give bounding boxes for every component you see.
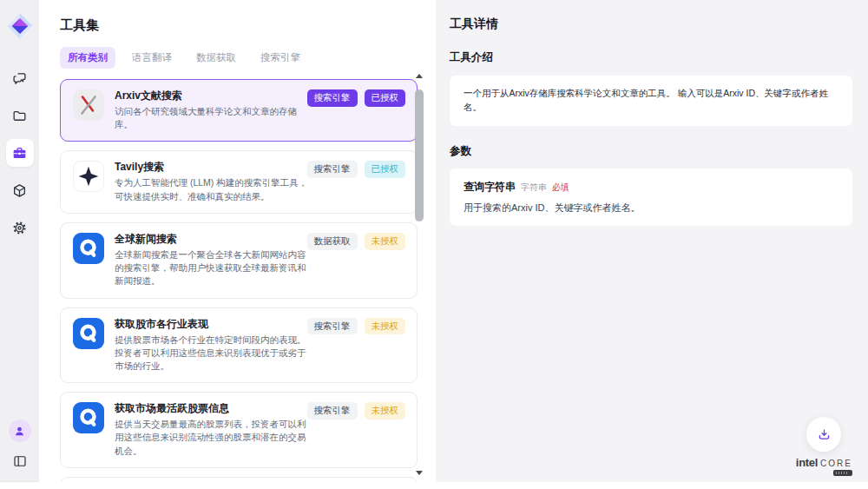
- floating-actions: intel core: [796, 417, 852, 476]
- auth-status-badge: 未授权: [365, 402, 406, 420]
- tool-card-5[interactable]: 获取市场最活跃股票信息 提供当天交易量最高的股票列表，投资者可以利用这些信息来识…: [60, 392, 418, 468]
- download-icon: [817, 427, 832, 442]
- intel-ultra-badge-icon: [833, 470, 852, 476]
- sidebar-bottom: [6, 420, 34, 472]
- toolbox-icon[interactable]: [6, 139, 34, 167]
- category-badge: 搜索引擎: [307, 318, 358, 335]
- auth-status-badge: 已授权: [365, 89, 406, 107]
- param-description: 用于搜索的Arxiv ID、关键字或作者姓名。: [464, 202, 838, 215]
- page-title: 工具集: [60, 17, 436, 34]
- tab-2[interactable]: 语言翻译: [124, 47, 180, 69]
- tool-description: 提供当天交易量最高的股票列表，投资者可以利用这些信息来识别流动性强的股票和潜在的…: [115, 418, 312, 458]
- auth-status-badge: 未授权: [365, 233, 406, 250]
- tool-name: 全球新闻搜索: [115, 233, 312, 246]
- tool-card-2[interactable]: Tavily搜索 专为人工智能代理 (LLM) 构建的搜索引擎工具，可快速提供实…: [60, 150, 418, 213]
- param-required-flag: 必填: [552, 182, 569, 194]
- user-avatar[interactable]: [9, 420, 31, 442]
- tool-card-1[interactable]: Arxiv文献搜索 访问各个研究领域大量科学论文和文章的存储库。 搜索引擎 已授…: [60, 79, 418, 142]
- arxiv-logo-icon: [73, 89, 104, 121]
- tool-card-4[interactable]: 获取股市各行业表现 提供股票市场各个行业在特定时间段内的表现。投资者可以利用这些…: [60, 307, 418, 384]
- sidebar-nav: [6, 64, 34, 241]
- q-logo-icon: [73, 318, 104, 349]
- category-tabs: 所有类别语言翻译数据获取搜索引擎: [60, 47, 436, 69]
- tool-name: 获取股市各行业表现: [115, 318, 312, 331]
- tool-detail-panel: 工具详情 工具介绍 一个用于从Arxiv存储库搜索科学论文和文章的工具。 输入可…: [436, 0, 868, 482]
- tool-intro-text: 一个用于从Arxiv存储库搜索科学论文和文章的工具。 输入可以是Arxiv ID…: [450, 76, 852, 126]
- app-root: 工具集 所有类别语言翻译数据获取搜索引擎 Arxiv文献搜索 访问各个研究领域大…: [0, 0, 868, 482]
- settings-gear-icon[interactable]: [6, 214, 34, 241]
- app-logo-icon: [4, 10, 36, 42]
- tool-description: 全球新闻搜索是一个聚合全球各大新闻网站内容的搜索引擎，帮助用户快速获取全球最新资…: [115, 248, 312, 288]
- tool-description: 提供股票市场各个行业在特定时间段内的表现。投资者可以利用这些信息来识别表现优于或…: [115, 334, 312, 373]
- tool-name: 获取市场最活跃股票信息: [115, 402, 312, 415]
- folder-icon[interactable]: [6, 102, 34, 129]
- intel-core-logo: intel core: [796, 456, 852, 476]
- param-type: 字符串: [521, 182, 547, 194]
- intro-heading: 工具介绍: [450, 50, 852, 65]
- tool-name: Tavily搜索: [115, 161, 312, 174]
- scrollbar: [415, 74, 424, 475]
- tab-1[interactable]: 所有类别: [60, 47, 115, 69]
- q-logo-icon: [73, 402, 104, 433]
- tavily-star-icon: [73, 161, 104, 192]
- auth-status-badge: 已授权: [365, 161, 406, 178]
- tool-name: Arxiv文献搜索: [115, 89, 312, 102]
- param-name: 查询字符串: [464, 180, 516, 195]
- tool-list: Arxiv文献搜索 访问各个研究领域大量科学论文和文章的存储库。 搜索引擎 已授…: [60, 79, 418, 482]
- category-badge: 搜索引擎: [307, 89, 358, 107]
- tools-panel: 工具集 所有类别语言翻译数据获取搜索引擎 Arxiv文献搜索 访问各个研究领域大…: [39, 0, 436, 482]
- params-heading: 参数: [450, 144, 852, 159]
- cube-icon[interactable]: [6, 176, 34, 204]
- category-badge: 搜索引擎: [307, 402, 358, 420]
- tool-description: 专为人工智能代理 (LLM) 构建的搜索引擎工具，可快速提供实时、准确和真实的结…: [115, 176, 312, 202]
- tool-description: 访问各个研究领域大量科学论文和文章的存储库。: [115, 105, 312, 131]
- scroll-up-icon[interactable]: [416, 74, 423, 78]
- panel-toggle-icon[interactable]: [6, 450, 34, 472]
- tab-3[interactable]: 数据获取: [188, 47, 244, 69]
- detail-title: 工具详情: [450, 17, 852, 32]
- tab-4[interactable]: 搜索引擎: [253, 47, 308, 69]
- scroll-down-icon[interactable]: [416, 471, 423, 475]
- intel-brand-text: intel: [796, 456, 818, 469]
- q-logo-icon: [73, 233, 104, 264]
- auth-status-badge: 未授权: [365, 318, 406, 335]
- parameter-card: 查询字符串 字符串 必填 用于搜索的Arxiv ID、关键字或作者姓名。: [450, 169, 852, 226]
- download-button[interactable]: [806, 417, 841, 452]
- chat-icon[interactable]: [6, 64, 34, 92]
- tool-card-6[interactable]: 万维地区新闻查询 查询具体行政区划内的新闻，快速了解各地新闻动 搜索引擎 未授权: [60, 477, 418, 482]
- intel-core-text: core: [820, 459, 852, 468]
- category-badge: 数据获取: [307, 233, 358, 250]
- tool-card-3[interactable]: 全球新闻搜索 全球新闻搜索是一个聚合全球各大新闻网站内容的搜索引擎，帮助用户快速…: [60, 222, 418, 299]
- scrollbar-thumb[interactable]: [415, 89, 424, 221]
- sidebar: [0, 0, 39, 481]
- category-badge: 搜索引擎: [307, 161, 358, 178]
